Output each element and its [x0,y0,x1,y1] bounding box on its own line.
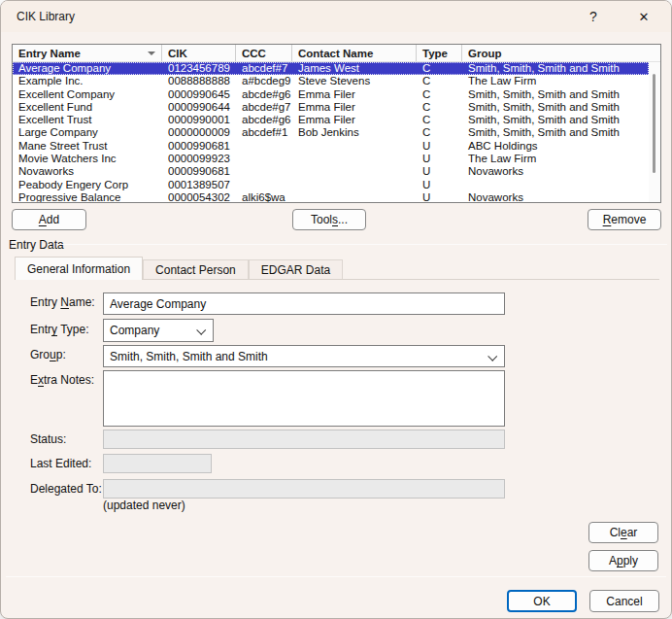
table-cell: C [417,114,462,126]
table-row[interactable]: Large Company0000000009abcdef#1Bob Jenki… [13,126,649,139]
ok-button[interactable]: OK [507,590,577,612]
table-cell [236,165,292,178]
chevron-down-icon [487,352,497,361]
entry-type-label: Entry Type: [30,323,88,336]
delegated-to-label: Delegated To: [30,482,102,496]
column-header-type[interactable]: Type [417,45,462,61]
entry-type-value: Company [110,324,159,337]
table-cell: Large Company [13,126,162,139]
entry-name-input[interactable] [103,292,505,315]
tools-button[interactable]: Tools... [292,209,366,230]
table-row[interactable]: Movie Watchers Inc0000099923UThe Law Fir… [13,153,649,165]
table-cell: The Law Firm [462,153,649,165]
table-cell: 0088888888 [162,75,236,87]
table-cell: The Law Firm [462,75,649,87]
table-cell: U [417,191,462,202]
table-cell: 0000099923 [162,153,236,165]
table-cell: James West [292,62,417,75]
column-header-cik[interactable]: CIK [162,45,236,61]
table-cell: U [417,140,462,153]
table-cell: C [417,101,462,114]
extra-notes-label: Extra Notes: [30,373,94,387]
table-cell: 0000990001 [162,114,236,126]
tab-contact-person[interactable]: Contact Person [143,259,249,279]
table-row[interactable]: Excellent Trust0000990001abcde#g6Emma Fi… [13,114,649,126]
list-header: Entry Name CIK CCC Contact Name Type Gro… [13,45,660,62]
table-row[interactable]: Excellent Fund0000990644abcde#g7Emma Fil… [13,101,649,114]
extra-notes-textarea[interactable] [103,370,505,427]
table-cell: Smith, Smith, Smith and Smith [462,62,649,75]
table-cell: Mane Street Trust [13,140,162,153]
entry-data-group-line [57,244,667,245]
table-cell [292,191,417,202]
cancel-button[interactable]: Cancel [589,590,659,612]
table-cell: Smith, Smith, Smith and Smith [462,101,649,114]
entry-data-group-label: Entry Data [9,238,64,252]
apply-button[interactable]: Apply [588,550,658,571]
sort-arrow-icon [148,52,155,55]
add-button[interactable]: Add [12,209,86,230]
table-cell: 0000990645 [162,88,236,101]
table-cell: C [417,62,462,75]
entry-list: Entry Name CIK CCC Contact Name Type Gro… [12,44,661,203]
table-cell [292,179,417,191]
status-field [103,430,505,449]
last-edited-label: Last Edited: [30,457,91,470]
cik-library-dialog: CIK Library ? ✕ Entry Name CIK CCC Conta… [0,0,672,619]
last-edited-field [103,454,212,473]
help-button[interactable]: ? [574,1,613,32]
table-cell: abcde#g7 [236,101,292,114]
status-label: Status: [30,432,66,446]
table-cell: abcdef#1 [236,126,292,139]
table-cell: Smith, Smith, Smith and Smith [462,88,649,101]
bottom-divider [6,576,666,577]
table-row[interactable]: Example Inc.0088888888a#bcdeg9Steve Stev… [13,75,649,87]
group-combobox[interactable]: Smith, Smith, Smith and Smith [103,345,505,367]
table-cell: Smith, Smith, Smith and Smith [462,114,649,126]
tab-general-information[interactable]: General Information [15,257,143,280]
table-cell: 0000054302 [162,191,236,202]
table-cell: Bob Jenkins [292,126,417,139]
table-cell: U [417,165,462,178]
table-cell: U [417,153,462,165]
close-button[interactable]: ✕ [624,1,663,32]
table-cell: 0000990681 [162,140,236,153]
table-cell: Novaworks [462,191,649,202]
title-bar: CIK Library ? ✕ [1,1,671,32]
table-row[interactable]: Mane Street Trust0000990681UABC Holdings [13,140,649,153]
table-row[interactable]: Average Company0123456789abcdef#7James W… [13,62,649,75]
delegated-to-field [103,479,505,499]
table-row[interactable]: Peabody Engery Corp0001389507U [13,179,649,191]
clear-button[interactable]: Clear [588,522,658,543]
tab-edgar-data[interactable]: EDGAR Data [249,259,343,279]
remove-button[interactable]: Remove [588,209,661,230]
table-cell: Emma Filer [292,114,417,126]
table-cell [236,140,292,153]
table-cell [462,179,649,191]
column-header-contact-name[interactable]: Contact Name [292,45,417,61]
table-cell: Movie Watchers Inc [13,153,162,165]
scrollbar-thumb[interactable] [653,74,655,173]
table-cell: Novaworks [462,165,649,178]
table-cell: 0000990644 [162,101,236,114]
entry-name-label: Entry Name: [30,295,95,309]
table-row[interactable]: Progressive Balance0000054302alki6$waUNo… [13,191,649,202]
table-row[interactable]: Excellent Company0000990645abcde#g6Emma … [13,88,649,101]
table-cell: Progressive Balance [13,191,162,202]
table-cell [292,165,417,178]
table-cell: Excellent Company [13,88,162,101]
table-cell: a#bcdeg9 [236,75,292,87]
column-header-ccc[interactable]: CCC [236,45,292,61]
updated-note: (updated never) [103,499,185,512]
table-cell: alki6$wa [236,191,292,202]
list-scrollbar[interactable] [649,62,660,202]
entry-type-combobox[interactable]: Company [103,319,214,342]
group-value: Smith, Smith, Smith and Smith [110,350,268,363]
table-cell: Steve Stevens [292,75,417,87]
table-cell: Excellent Trust [13,114,162,126]
column-header-group[interactable]: Group [462,45,660,61]
table-cell: C [417,88,462,101]
table-row[interactable]: Novaworks0000990681UNovaworks [13,165,649,178]
table-cell: Emma Filer [292,88,417,101]
column-header-entry-name[interactable]: Entry Name [13,45,162,61]
